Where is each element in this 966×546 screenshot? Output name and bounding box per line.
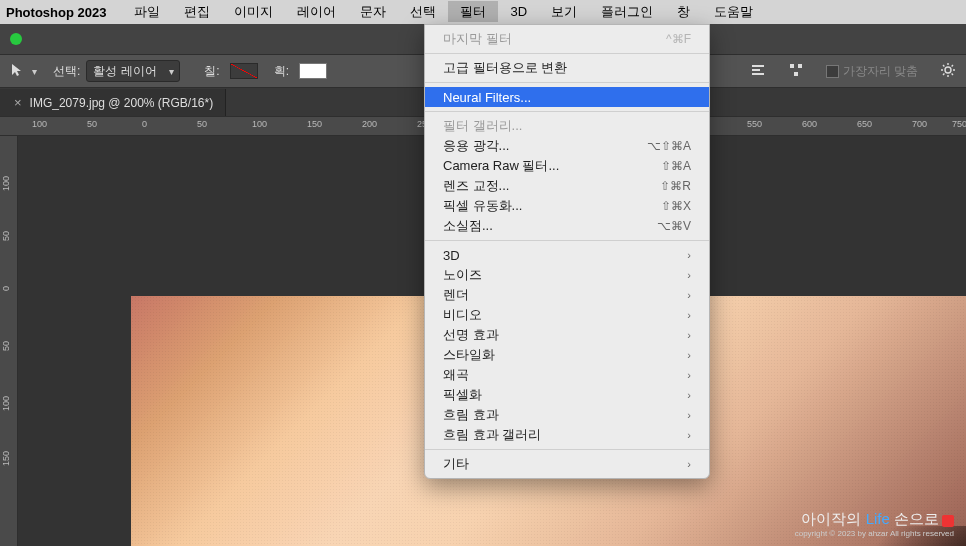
menu-item-label: 렌즈 교정...: [443, 177, 509, 195]
ruler-tick-label: 150: [307, 119, 322, 129]
ruler-tick-label: 550: [747, 119, 762, 129]
menu-item[interactable]: 왜곡›: [425, 365, 709, 385]
align-icon[interactable]: [750, 62, 766, 81]
submenu-chevron-icon: ›: [687, 409, 691, 421]
menu-item[interactable]: 스타일화›: [425, 345, 709, 365]
ruler-tick-label: 0: [142, 119, 147, 129]
menu-separator: [425, 240, 709, 241]
ruler-tick-label: 600: [802, 119, 817, 129]
menu-item[interactable]: 소실점...⌥⌘V: [425, 216, 709, 236]
tool-preset-chevron[interactable]: ▾: [32, 66, 37, 77]
tab-title: IMG_2079.jpg @ 200% (RGB/16*): [30, 96, 214, 110]
system-menubar: Photoshop 2023 파일편집이미지레이어문자선택필터3D보기플러그인창…: [0, 0, 966, 24]
ruler-tick-label: 200: [362, 119, 377, 129]
distribute-icon[interactable]: [788, 62, 804, 81]
settings-gear-icon[interactable]: [940, 62, 956, 81]
submenu-chevron-icon: ›: [687, 269, 691, 281]
ruler-tick-label: 50: [197, 119, 207, 129]
menu-item[interactable]: 비디오›: [425, 305, 709, 325]
submenu-chevron-icon: ›: [687, 429, 691, 441]
ruler-tick-label: 100: [1, 176, 11, 191]
menu-편집[interactable]: 편집: [172, 1, 222, 22]
stroke-label: 획:: [274, 63, 289, 80]
menu-item[interactable]: 기타›: [425, 454, 709, 474]
menu-item[interactable]: 고급 필터용으로 변환: [425, 58, 709, 78]
svg-rect-2: [752, 73, 764, 75]
menu-이미지[interactable]: 이미지: [222, 1, 285, 22]
stroke-swatch[interactable]: [299, 63, 327, 79]
menu-item-label: 흐림 효과 갤러리: [443, 426, 541, 444]
menu-item[interactable]: 응용 광각...⌥⇧⌘A: [425, 136, 709, 156]
fill-label: 칠:: [204, 63, 219, 80]
ruler-vertical[interactable]: 10050050100150: [0, 136, 18, 546]
close-tab-icon[interactable]: ×: [14, 95, 22, 110]
ruler-tick-label: 700: [912, 119, 927, 129]
edge-match-checkbox[interactable]: [826, 65, 839, 78]
ruler-tick-label: 650: [857, 119, 872, 129]
watermark: 아이작의 Life 손으로 copyright © 2023 by ahzar …: [795, 510, 954, 538]
menu-item-label: 노이즈: [443, 266, 482, 284]
menu-separator: [425, 53, 709, 54]
menu-item[interactable]: 흐림 효과 갤러리›: [425, 425, 709, 445]
watermark-text: 손으로: [890, 510, 939, 527]
menu-item[interactable]: 렌더›: [425, 285, 709, 305]
ruler-tick-label: 100: [1, 396, 11, 411]
filter-menu-dropdown: 마지막 필터^⌘F고급 필터용으로 변환Neural Filters...필터 …: [424, 24, 710, 479]
menu-문자[interactable]: 문자: [348, 1, 398, 22]
watermark-text: 아이작의: [801, 510, 865, 527]
menu-item[interactable]: 3D›: [425, 245, 709, 265]
ruler-tick-label: 150: [1, 451, 11, 466]
menu-item[interactable]: Neural Filters...: [425, 87, 709, 107]
ruler-tick-label: 50: [1, 341, 11, 351]
menu-item-label: Neural Filters...: [443, 90, 531, 105]
edge-match-option[interactable]: 가장자리 맞춤: [826, 63, 918, 80]
menu-item-label: 렌더: [443, 286, 469, 304]
menu-shortcut: ⇧⌘X: [661, 199, 691, 213]
maximize-dot[interactable]: [10, 33, 22, 45]
menu-선택[interactable]: 선택: [398, 1, 448, 22]
submenu-chevron-icon: ›: [687, 289, 691, 301]
menu-separator: [425, 449, 709, 450]
menu-item-label: 스타일화: [443, 346, 495, 364]
traffic-lights[interactable]: [10, 33, 22, 45]
menu-item: 필터 갤러리...: [425, 116, 709, 136]
menu-item-label: 응용 광각...: [443, 137, 509, 155]
menu-item-label: 선명 효과: [443, 326, 499, 344]
menu-필터[interactable]: 필터: [448, 1, 498, 22]
menu-도움말[interactable]: 도움말: [702, 1, 765, 22]
document-tab[interactable]: × IMG_2079.jpg @ 200% (RGB/16*): [0, 89, 226, 116]
menu-item[interactable]: Camera Raw 필터...⇧⌘A: [425, 156, 709, 176]
edge-match-label: 가장자리 맞춤: [843, 63, 918, 80]
svg-rect-1: [752, 69, 760, 71]
menu-파일[interactable]: 파일: [122, 1, 172, 22]
menu-item[interactable]: 선명 효과›: [425, 325, 709, 345]
layer-select[interactable]: 활성 레이어: [86, 60, 180, 82]
menu-shortcut: ⌥⇧⌘A: [647, 139, 691, 153]
submenu-chevron-icon: ›: [687, 369, 691, 381]
submenu-chevron-icon: ›: [687, 389, 691, 401]
menu-item[interactable]: 노이즈›: [425, 265, 709, 285]
ruler-tick-label: 50: [1, 231, 11, 241]
menu-item[interactable]: 픽셀화›: [425, 385, 709, 405]
move-tool-icon[interactable]: [10, 62, 26, 81]
watermark-badge: [942, 515, 954, 527]
ruler-tick-label: 0: [1, 286, 11, 291]
menu-separator: [425, 111, 709, 112]
menu-item-label: 왜곡: [443, 366, 469, 384]
watermark-copyright: copyright © 2023 by ahzar All rights res…: [795, 529, 954, 538]
submenu-chevron-icon: ›: [687, 309, 691, 321]
menu-item[interactable]: 흐림 효과›: [425, 405, 709, 425]
select-label: 선택:: [53, 63, 80, 80]
menu-레이어[interactable]: 레이어: [285, 1, 348, 22]
menu-창[interactable]: 창: [665, 1, 702, 22]
menu-item[interactable]: 렌즈 교정...⇧⌘R: [425, 176, 709, 196]
svg-rect-3: [790, 64, 794, 68]
fill-swatch[interactable]: [230, 63, 258, 79]
menu-item-label: 비디오: [443, 306, 482, 324]
menu-보기[interactable]: 보기: [539, 1, 589, 22]
menu-플러그인[interactable]: 플러그인: [589, 1, 665, 22]
menu-3D[interactable]: 3D: [498, 1, 539, 22]
menu-item[interactable]: 픽셀 유동화...⇧⌘X: [425, 196, 709, 216]
menu-shortcut: ⇧⌘A: [661, 159, 691, 173]
menu-shortcut: ⌥⌘V: [657, 219, 691, 233]
